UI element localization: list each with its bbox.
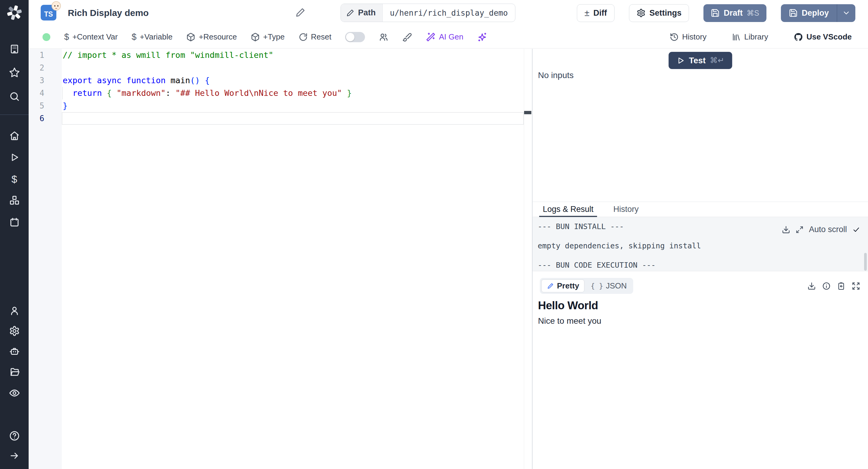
result-view-toggle: Pretty { } JSON [540,278,633,294]
line-number: 4 [39,87,44,99]
sparkles-icon[interactable] [477,32,487,42]
resources-cubes-icon[interactable] [0,195,29,206]
overview-ruler [524,49,532,469]
app-sidebar: $ [0,0,29,469]
logs-panel[interactable]: --- BUN INSTALL ---empty dependencies, s… [532,217,868,271]
help-circle-icon[interactable] [0,431,29,441]
tab-history[interactable]: History [613,202,639,217]
results-tabbar: Logs & Result History [532,202,868,217]
log-line: empty dependencies, skipping install [532,236,868,256]
tab-logs-result[interactable]: Logs & Result [543,202,593,217]
rotate-reset-icon [299,33,308,41]
download-logs-icon[interactable] [782,225,790,234]
line-number: 6 [39,112,44,125]
audit-eye-icon[interactable] [0,388,29,398]
favorites-star-icon[interactable] [0,67,29,77]
editor-gutter: 123456 [29,49,62,469]
draft-button[interactable]: Draft ⌘S [704,4,767,22]
right-panel: Test ⌘↵ No inputs Logs & Result History … [532,49,868,469]
code-line: return { "markdown": "## Hello World\nNi… [63,87,524,99]
add-variable-button[interactable]: $ +Variable [132,32,173,42]
folders-icon[interactable] [0,367,29,377]
add-context-var-button[interactable]: $ +Context Var [64,32,118,42]
library-button[interactable]: Library [732,32,768,41]
code-line: export async function main() { [63,74,524,87]
line-number: 2 [39,61,44,74]
baby-emoji-badge [52,1,61,10]
diff-mode-toggle[interactable] [345,32,365,42]
download-result-icon[interactable] [807,282,816,290]
code-line: // import * as wmill from "windmill-clie… [63,49,524,61]
workspace-buildings-icon[interactable] [0,44,29,54]
status-dot [42,33,50,41]
deploy-button-group: Deploy [781,4,855,22]
deploy-button[interactable]: Deploy [781,4,837,22]
logs-scrollbar-thumb[interactable] [864,253,867,271]
pretty-view-button[interactable]: Pretty [541,279,584,292]
deploy-dropdown-button[interactable] [837,4,855,22]
test-shortcut: ⌘↵ [710,56,724,65]
format-brush-icon[interactable] [402,32,412,42]
topbar: TS Rich Display demo Path u/henri/rich_d… [29,0,868,26]
json-view-button[interactable]: { } JSON [586,280,632,292]
test-button[interactable]: Test ⌘↵ [669,52,732,69]
library-icon [732,33,741,41]
save-icon [711,8,720,18]
line-number: 5 [39,99,44,112]
reset-button[interactable]: Reset [299,32,332,41]
settings-gear-icon[interactable] [0,326,29,336]
schedules-calendar-icon[interactable] [0,217,29,227]
add-type-button[interactable]: +Type [251,32,285,41]
code-line [63,61,524,74]
chevron-down-icon [842,9,850,17]
expand-logs-icon[interactable] [796,226,804,233]
auto-scroll-label[interactable]: Auto scroll [809,225,847,234]
variables-dollar-icon[interactable]: $ [0,174,29,184]
dollar-icon: $ [64,32,69,42]
braces-icon: { } [591,282,603,290]
diff-button[interactable]: ± Diff [577,4,614,22]
history-clock-icon [670,33,679,41]
check-icon[interactable] [852,226,860,233]
draft-shortcut: ⌘S [747,9,759,18]
maximize-result-icon[interactable] [852,282,860,290]
path-pill[interactable]: Path u/henri/rich_display_demo [341,4,516,22]
sidebar-divider [0,115,29,115]
magic-wand-icon [426,32,435,42]
edit-summary-pencil-icon[interactable] [296,7,306,18]
pencil-icon [346,9,354,17]
page-title: Rich Display demo [68,0,149,26]
runs-play-icon[interactable] [0,152,29,162]
gear-icon [637,8,646,18]
multiplayer-users-icon[interactable] [379,32,389,42]
no-inputs-text: No inputs [538,70,574,80]
inputs-area: Test ⌘↵ No inputs [532,49,868,201]
settings-button[interactable]: Settings [629,4,689,22]
workers-robot-icon[interactable] [0,346,29,356]
line-number: 3 [39,74,44,87]
code-line: } [63,99,524,112]
history-button[interactable]: History [670,32,707,41]
pen-icon [547,282,554,290]
windmill-logo-icon[interactable] [0,4,29,22]
save-icon [789,8,798,18]
add-resource-button[interactable]: +Resource [186,32,237,41]
package-icon [186,33,195,41]
copy-clipboard-icon[interactable] [837,282,845,290]
code-editor[interactable]: 123456 // import * as wmill from "windmi… [29,49,532,469]
result-markdown-heading: Hello World [538,299,860,312]
overview-cursor-mark [524,111,531,114]
results-area: Logs & Result History --- BUN INSTALL --… [532,201,868,469]
ai-gen-button[interactable]: AI Gen [426,32,463,42]
code-line [63,112,524,125]
search-icon[interactable] [0,91,29,101]
log-line: --- BUN CODE EXECUTION --- [532,256,868,271]
plus-minus-icon: ± [584,8,589,18]
use-vscode-button[interactable]: Use VScode [794,32,852,42]
line-number: 1 [39,49,44,61]
users-icon[interactable] [0,306,29,316]
info-icon[interactable] [822,282,831,290]
expand-sidebar-arrow-icon[interactable] [0,450,29,461]
home-icon[interactable] [0,130,29,141]
path-label: Path [358,8,376,18]
